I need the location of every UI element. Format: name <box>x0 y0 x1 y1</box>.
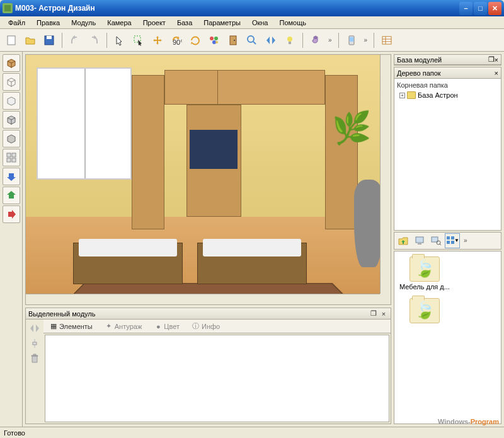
browser-more[interactable]: » <box>461 237 470 244</box>
open-button[interactable] <box>21 32 39 49</box>
svg-point-14 <box>287 37 292 42</box>
menu-file[interactable]: Файл <box>3 18 31 28</box>
viewport-scroll-corner <box>380 294 391 304</box>
redo-button[interactable] <box>85 32 103 49</box>
tree-item-base[interactable]: + База Астрон <box>397 91 498 100</box>
file-browser: 🍃 Мебель для д... 🍃 <box>394 251 501 425</box>
view-3d-button[interactable] <box>3 111 20 129</box>
svg-text:90°: 90° <box>173 38 182 46</box>
tab-info[interactable]: ⓘИнфо <box>188 321 224 331</box>
separator <box>374 33 374 48</box>
panel-float-button[interactable]: ❐ <box>488 55 495 64</box>
toolbar-more-2[interactable]: » <box>362 37 370 43</box>
mirror-button[interactable] <box>262 32 280 49</box>
new-button[interactable] <box>3 32 20 49</box>
menu-windows[interactable]: Окна <box>246 18 274 28</box>
arrow-down-button[interactable] <box>3 168 20 185</box>
move-button[interactable] <box>149 32 166 49</box>
tree-item-label: База Астрон <box>418 91 458 99</box>
folder-item[interactable]: 🍃 <box>399 298 450 325</box>
arrow-right-button[interactable] <box>3 205 20 223</box>
3d-viewport[interactable] <box>25 54 391 305</box>
menu-module[interactable]: Модуль <box>66 18 101 28</box>
light-button[interactable] <box>281 32 299 49</box>
selected-module-panel: Выделенный модуль ❐ × ▦Элементы ✦Антураж… <box>25 308 391 424</box>
menu-base[interactable]: База <box>171 18 198 28</box>
view-transparent-button[interactable] <box>3 130 20 147</box>
maximize-button[interactable]: □ <box>474 2 487 15</box>
svg-rect-27 <box>33 342 37 345</box>
hand-button[interactable] <box>307 32 324 49</box>
viewport-scroll-v[interactable] <box>380 55 391 294</box>
svg-line-32 <box>440 244 441 245</box>
info-icon: ⓘ <box>192 323 200 330</box>
door-button[interactable] <box>224 32 242 49</box>
menu-parameters[interactable]: Параметры <box>198 18 246 28</box>
menu-project[interactable]: Проект <box>137 18 171 28</box>
panel-close-button[interactable]: × <box>379 309 388 318</box>
panel-float-button[interactable]: ❐ <box>369 309 378 318</box>
svg-rect-29 <box>418 243 421 245</box>
expand-icon[interactable]: + <box>399 93 405 98</box>
viewport-scroll-h[interactable] <box>26 294 380 304</box>
svg-point-6 <box>210 37 214 40</box>
computer-button[interactable] <box>412 233 427 248</box>
tab-entourage[interactable]: ✦Антураж <box>101 321 146 331</box>
menu-camera[interactable]: Камера <box>101 18 137 28</box>
panel-close-button[interactable]: × <box>495 56 498 64</box>
menubar: Файл Правка Модуль Камера Проект База Па… <box>0 16 504 29</box>
svg-rect-35 <box>447 241 450 244</box>
rotate-90-button[interactable]: 90° <box>168 32 185 49</box>
save-button[interactable] <box>40 32 58 49</box>
phone-button[interactable] <box>343 32 360 49</box>
toolbar-more-1[interactable]: » <box>326 37 335 43</box>
view-flat-button[interactable] <box>3 92 20 110</box>
panel-close-button[interactable]: × <box>495 69 498 77</box>
tree-root-label[interactable]: Корневая папка <box>397 81 498 89</box>
svg-rect-17 <box>350 37 353 42</box>
color-button[interactable] <box>205 32 223 49</box>
delete-button[interactable] <box>28 352 41 365</box>
svg-rect-3 <box>47 36 52 39</box>
minimize-button[interactable]: – <box>459 2 472 15</box>
zoom-button[interactable] <box>243 32 261 49</box>
svg-rect-18 <box>382 37 391 44</box>
window-title: M003- Астрон Дизайн <box>15 4 459 13</box>
view-button[interactable]: ▼ <box>445 233 460 248</box>
panel-title-tree: Дерево папок <box>397 69 495 77</box>
menu-help[interactable]: Помощь <box>273 18 312 28</box>
view-solid-button[interactable] <box>3 54 20 72</box>
svg-point-9 <box>215 41 218 43</box>
separator <box>106 33 107 48</box>
menu-edit[interactable]: Правка <box>31 18 66 28</box>
app-icon <box>3 3 13 13</box>
folder-icon <box>407 91 416 99</box>
svg-rect-22 <box>7 153 11 157</box>
scene-render <box>26 55 391 304</box>
undo-button[interactable] <box>66 32 84 49</box>
panel-title-base: База модулей <box>397 56 488 64</box>
mirror-toggle-button[interactable] <box>28 322 41 335</box>
grid-button[interactable] <box>3 149 20 166</box>
panel-title: Выделенный модуль <box>28 310 368 318</box>
svg-rect-28 <box>416 237 423 243</box>
titlebar: M003- Астрон Дизайн – □ ✕ <box>0 0 504 16</box>
folder-item[interactable]: 🍃 Мебель для д... <box>399 256 450 291</box>
circle-icon: ● <box>154 323 162 330</box>
tab-color[interactable]: ●Цвет <box>151 321 183 331</box>
select-button[interactable] <box>111 32 129 49</box>
view-wire-button[interactable] <box>3 73 20 91</box>
status-text: Готово <box>4 429 25 437</box>
rotate-button[interactable] <box>186 32 204 49</box>
search-button[interactable] <box>428 233 444 248</box>
main-toolbar: 90° » » <box>0 29 504 52</box>
svg-point-12 <box>248 36 254 42</box>
tab-elements[interactable]: ▦Элементы <box>46 321 96 331</box>
table-button[interactable] <box>378 32 396 49</box>
select-area-button[interactable] <box>130 32 147 49</box>
module-content-area <box>45 335 389 422</box>
arrow-up-button[interactable] <box>3 187 20 204</box>
slider-button[interactable] <box>28 337 41 350</box>
close-button[interactable]: ✕ <box>488 2 501 15</box>
up-folder-button[interactable] <box>396 233 411 248</box>
